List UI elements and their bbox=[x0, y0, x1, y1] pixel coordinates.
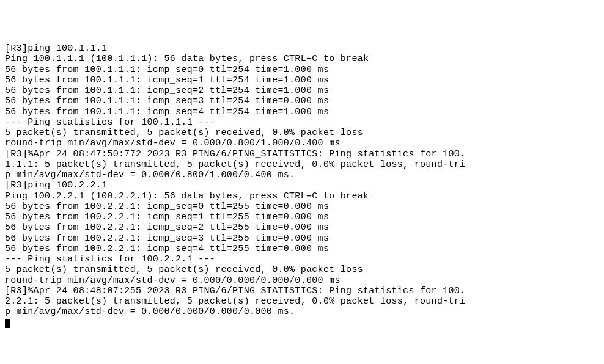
terminal-line: 56 bytes from 100.1.1.1: icmp_seq=3 ttl=… bbox=[5, 96, 599, 106]
terminal-line: Ping 100.1.1.1 (100.1.1.1): 56 data byte… bbox=[5, 54, 599, 64]
terminal-line: round-trip min/avg/max/std-dev = 0.000/0… bbox=[5, 275, 599, 286]
terminal-line: 56 bytes from 100.2.2.1: icmp_seq=2 ttl=… bbox=[5, 222, 599, 233]
terminal-line: 56 bytes from 100.1.1.1: icmp_seq=4 ttl=… bbox=[5, 107, 599, 117]
terminal-line: 56 bytes from 100.1.1.1: icmp_seq=2 ttl=… bbox=[5, 86, 599, 96]
terminal-line: --- Ping statistics for 100.1.1.1 --- bbox=[5, 117, 599, 128]
terminal-line: 56 bytes from 100.2.2.1: icmp_seq=1 ttl=… bbox=[5, 212, 599, 222]
terminal-line: 2.2.1: 5 packet(s) transmitted, 5 packet… bbox=[5, 296, 599, 307]
terminal-line: --- Ping statistics for 100.2.2.1 --- bbox=[5, 254, 599, 264]
terminal-line: 56 bytes from 100.2.2.1: icmp_seq=4 ttl=… bbox=[5, 244, 599, 254]
terminal-line: 56 bytes from 100.2.2.1: icmp_seq=3 ttl=… bbox=[5, 233, 599, 244]
terminal-line: [R3]ping 100.2.2.1 bbox=[5, 180, 599, 191]
terminal-line: [R3]%Apr 24 08:47:50:772 2023 R3 PING/6/… bbox=[5, 149, 599, 159]
terminal-line: Ping 100.2.2.1 (100.2.2.1): 56 data byte… bbox=[5, 191, 599, 202]
terminal-line: round-trip min/avg/max/std-dev = 0.000/0… bbox=[5, 138, 599, 148]
cursor-icon bbox=[5, 319, 10, 328]
terminal-line: p min/avg/max/std-dev = 0.000/0.800/1.00… bbox=[5, 170, 599, 180]
terminal-line: 5 packet(s) transmitted, 5 packet(s) rec… bbox=[5, 264, 599, 275]
terminal-line: [R3]%Apr 24 08:48:07:255 2023 R3 PING/6/… bbox=[5, 286, 599, 296]
terminal-line: 1.1.1: 5 packet(s) transmitted, 5 packet… bbox=[5, 159, 599, 170]
terminal-line: 56 bytes from 100.1.1.1: icmp_seq=1 ttl=… bbox=[5, 75, 599, 86]
terminal-line: 56 bytes from 100.2.2.1: icmp_seq=0 ttl=… bbox=[5, 202, 599, 212]
terminal-line: [R3]ping 100.1.1.1 bbox=[5, 43, 599, 54]
terminal-line: 56 bytes from 100.1.1.1: icmp_seq=0 ttl=… bbox=[5, 65, 599, 75]
terminal-output[interactable]: [R3]ping 100.1.1.1Ping 100.1.1.1 (100.1.… bbox=[5, 43, 599, 328]
terminal-line: p min/avg/max/std-dev = 0.000/0.000/0.00… bbox=[5, 307, 599, 317]
terminal-line: 5 packet(s) transmitted, 5 packet(s) rec… bbox=[5, 128, 599, 138]
